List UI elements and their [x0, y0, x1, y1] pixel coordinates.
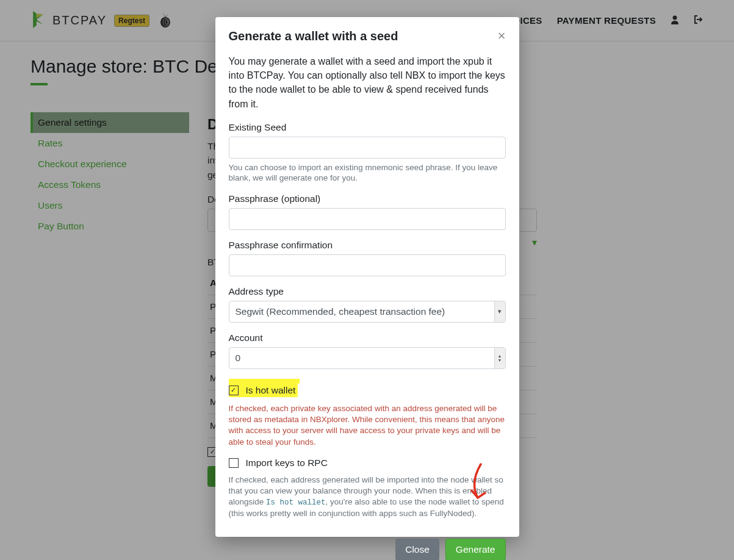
close-icon[interactable]: × [498, 29, 506, 43]
existing-seed-label: Existing Seed [229, 122, 506, 133]
rpc-label: Import keys to RPC [246, 458, 328, 468]
modal-body: You may generate a wallet with a seed an… [215, 52, 519, 530]
rpc-help-text: If checked, each address generated will … [229, 475, 506, 520]
rpc-checkbox[interactable] [229, 458, 239, 468]
rpc-checkbox-row[interactable]: Import keys to RPC [229, 458, 506, 468]
rpc-help-code: Is hot wallet [266, 498, 326, 507]
hot-wallet-label: Is hot wallet [246, 385, 296, 396]
account-input[interactable] [229, 347, 506, 369]
passphrase-confirm-label: Passphrase confirmation [229, 240, 506, 251]
existing-seed-input[interactable] [229, 137, 506, 159]
form-group-existing-seed: Existing Seed You can choose to import a… [229, 122, 506, 184]
passphrase-input[interactable] [229, 208, 506, 230]
modal-title: Generate a wallet with a seed [229, 29, 398, 43]
passphrase-confirm-input[interactable] [229, 254, 506, 276]
generate-wallet-modal: Generate a wallet with a seed × You may … [215, 17, 519, 537]
existing-seed-help: You can choose to import an existing mne… [229, 162, 506, 184]
form-group-account: Account ▲▼ [229, 332, 506, 369]
modal-footer: Close Generate [215, 530, 519, 560]
form-group-address-type: Address type ▾ [229, 286, 506, 323]
modal-intro-text: You may generate a wallet with a seed an… [229, 54, 506, 111]
generate-button[interactable]: Generate [445, 539, 506, 560]
form-group-passphrase-confirm: Passphrase confirmation [229, 240, 506, 276]
close-button[interactable]: Close [395, 539, 439, 560]
hot-wallet-checkbox-row[interactable]: Is hot wallet [229, 384, 298, 397]
modal-overlay: Generate a wallet with a seed × You may … [0, 0, 734, 560]
passphrase-label: Passphrase (optional) [229, 193, 506, 204]
form-group-passphrase: Passphrase (optional) [229, 193, 506, 230]
address-type-label: Address type [229, 286, 506, 297]
address-type-select[interactable] [229, 301, 506, 323]
modal-header: Generate a wallet with a seed × [215, 17, 519, 52]
hot-wallet-warning: If checked, each private key associated … [229, 403, 506, 448]
highlight-marker [229, 379, 300, 384]
account-label: Account [229, 332, 506, 343]
hot-wallet-checkbox[interactable] [229, 386, 239, 395]
